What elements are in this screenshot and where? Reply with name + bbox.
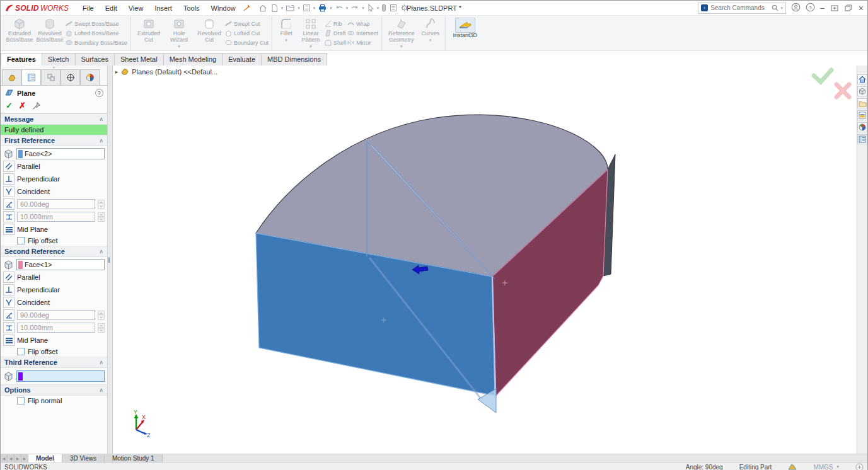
second-flip-offset-checkbox[interactable]: Flip offset — [1, 347, 107, 357]
feature-tree-flyout[interactable]: ▸ Planes (Default) <<Defaul... — [115, 67, 217, 76]
first-angle-spinner[interactable]: ▴▾ — [98, 200, 105, 209]
ok-button[interactable]: ✓ — [6, 101, 13, 110]
linear-pattern-dropdown-icon[interactable]: ▾ — [310, 44, 312, 49]
first-tab-icon[interactable]: ◀ — [1, 454, 8, 462]
second-mid-plane-row[interactable]: Mid Plane — [1, 334, 107, 347]
graphics-viewport[interactable]: ▾ ▾ ▾ ▾ ▾ ▾ – × ▸ Planes (Default) <<Def… — [113, 66, 857, 454]
extruded-boss-base-button[interactable]: Extruded Boss/Base — [5, 16, 34, 43]
new-dropdown-icon[interactable]: ▾ — [281, 6, 284, 11]
settings-gear-icon[interactable] — [399, 3, 410, 13]
open-icon[interactable] — [284, 3, 296, 13]
custom-properties-icon[interactable] — [857, 134, 867, 144]
prev-tab-icon[interactable]: ◀ — [8, 454, 14, 462]
second-distance-input[interactable]: 10.000mm — [17, 323, 95, 333]
home-icon[interactable] — [257, 3, 269, 14]
tag-icon[interactable] — [855, 463, 864, 470]
print-dropdown-icon[interactable]: ▾ — [330, 6, 332, 11]
menu-insert[interactable]: Insert — [149, 3, 177, 14]
third-reference-selection-box[interactable] — [16, 370, 105, 382]
tree-expand-icon[interactable]: ▸ — [115, 69, 119, 75]
tab-surfaces[interactable]: Surfaces — [75, 53, 115, 66]
tab-3d-views[interactable]: 3D Views — [62, 454, 105, 462]
instant3d-button[interactable]: Instant3D — [449, 16, 482, 39]
second-parallel-row[interactable]: Parallel — [1, 271, 107, 284]
search-input[interactable] — [710, 4, 768, 11]
maximize-icon[interactable] — [831, 5, 838, 11]
selection-filter-icon[interactable] — [380, 3, 388, 13]
search-commands-box[interactable]: › ▾ — [698, 3, 786, 14]
pin-menu-icon[interactable] — [243, 4, 251, 13]
tab-sheet-metal[interactable]: Sheet Metal — [114, 53, 164, 66]
first-reference-selection-box[interactable]: Face<2> — [16, 148, 105, 159]
first-flip-offset-checkbox[interactable]: Flip offset — [1, 236, 107, 246]
first-distance-input[interactable]: 10.000mm — [17, 212, 95, 222]
menu-tools[interactable]: Tools — [178, 3, 205, 14]
lofted-cut-button[interactable]: Lofted Cut — [225, 30, 269, 37]
save-icon[interactable] — [301, 3, 312, 13]
second-reference-header[interactable]: Second Reference∧ — [1, 246, 107, 257]
file-explorer-icon[interactable] — [857, 98, 867, 108]
search-dropdown-icon[interactable]: ▾ — [781, 6, 784, 11]
last-tab-icon[interactable]: ▶ — [21, 454, 28, 462]
redo-icon[interactable] — [349, 3, 361, 13]
extruded-cut-button[interactable]: Extruded Cut — [134, 16, 163, 43]
tab-evaluate[interactable]: Evaluate — [222, 53, 262, 66]
search-icon[interactable] — [772, 4, 778, 11]
curves-button[interactable]: Curves ▾ — [419, 16, 442, 43]
panel-splitter[interactable]: ▌ — [108, 66, 113, 454]
second-perpendicular-row[interactable]: Perpendicular — [1, 284, 107, 296]
tab-mbd-dimensions[interactable]: MBD Dimensions — [261, 53, 327, 66]
breadcrumb[interactable]: Planes (Default) <<Defaul... — [132, 68, 217, 76]
fillet-dropdown-icon[interactable]: ▾ — [285, 38, 287, 43]
tab-motion-study[interactable]: Motion Study 1 — [105, 454, 163, 462]
second-angle-input[interactable]: 90.00deg — [17, 310, 95, 320]
confirm-cancel-icon[interactable] — [836, 84, 849, 97]
first-coincident-row[interactable]: Coincident — [1, 185, 107, 198]
help-icon[interactable]: ? — [806, 3, 815, 13]
appearances-scenes-icon[interactable] — [857, 122, 867, 132]
tab-configuration-manager[interactable] — [41, 69, 61, 85]
undo-dropdown-icon[interactable]: ▾ — [346, 6, 349, 11]
first-parallel-row[interactable]: Parallel — [1, 160, 107, 173]
boundary-boss-base-button[interactable]: Boundary Boss/Base — [66, 39, 127, 47]
restore-icon[interactable] — [845, 4, 852, 11]
reference-geometry-dropdown-icon[interactable]: ▾ — [400, 44, 403, 49]
pin-button[interactable] — [32, 102, 41, 110]
intersect-button[interactable]: Intersect — [347, 30, 378, 37]
linear-pattern-button[interactable]: Linear Pattern ▾ — [298, 16, 323, 49]
tab-feature-manager[interactable] — [2, 69, 21, 85]
hole-wizard-button[interactable]: Hole Wizard ▾ — [165, 16, 194, 49]
lofted-boss-base-button[interactable]: Lofted Boss/Base — [66, 30, 127, 37]
tab-model[interactable]: Model — [28, 454, 62, 462]
wrap-button[interactable]: Wrap — [347, 20, 378, 28]
unit-system[interactable]: MMGS▾ — [813, 464, 839, 470]
print-icon[interactable] — [316, 3, 328, 13]
home-tab-icon[interactable] — [857, 74, 867, 84]
tab-property-manager[interactable] — [21, 69, 41, 85]
menu-edit[interactable]: Edit — [100, 3, 122, 14]
fillet-button[interactable]: Fillet ▾ — [275, 16, 297, 43]
second-coincident-row[interactable]: Coincident — [1, 296, 107, 309]
search-scope-icon[interactable]: › — [701, 4, 708, 11]
hole-wizard-dropdown-icon[interactable]: ▾ — [178, 44, 180, 49]
tab-features[interactable]: Features — [1, 53, 42, 66]
tab-dimxpert-manager[interactable] — [61, 69, 80, 85]
tab-display-manager[interactable] — [80, 69, 100, 85]
design-library-icon[interactable] — [857, 86, 867, 96]
close-icon[interactable]: × — [859, 3, 864, 13]
menu-window[interactable]: Window — [206, 3, 241, 14]
select-dropdown-icon[interactable]: ▾ — [377, 6, 379, 11]
confirm-ok-icon[interactable] — [814, 70, 831, 82]
cancel-button[interactable]: ✗ — [19, 101, 26, 110]
revolved-boss-base-button[interactable]: Revolved Boss/Base — [35, 16, 64, 43]
options-list-icon[interactable] — [388, 3, 398, 13]
boundary-cut-button[interactable]: Boundary Cut — [225, 39, 269, 47]
undo-icon[interactable] — [333, 3, 345, 13]
first-mid-plane-row[interactable]: Mid Plane — [1, 223, 107, 236]
second-angle-spinner[interactable]: ▴▾ — [98, 311, 105, 320]
tab-mesh-modeling[interactable]: Mesh Modeling — [163, 53, 223, 66]
open-dropdown-icon[interactable]: ▾ — [298, 6, 300, 11]
reference-geometry-button[interactable]: Reference Geometry ▾ — [385, 16, 418, 49]
mirror-button[interactable]: Mirror — [347, 39, 378, 47]
draft-button[interactable]: Draft — [325, 30, 346, 37]
